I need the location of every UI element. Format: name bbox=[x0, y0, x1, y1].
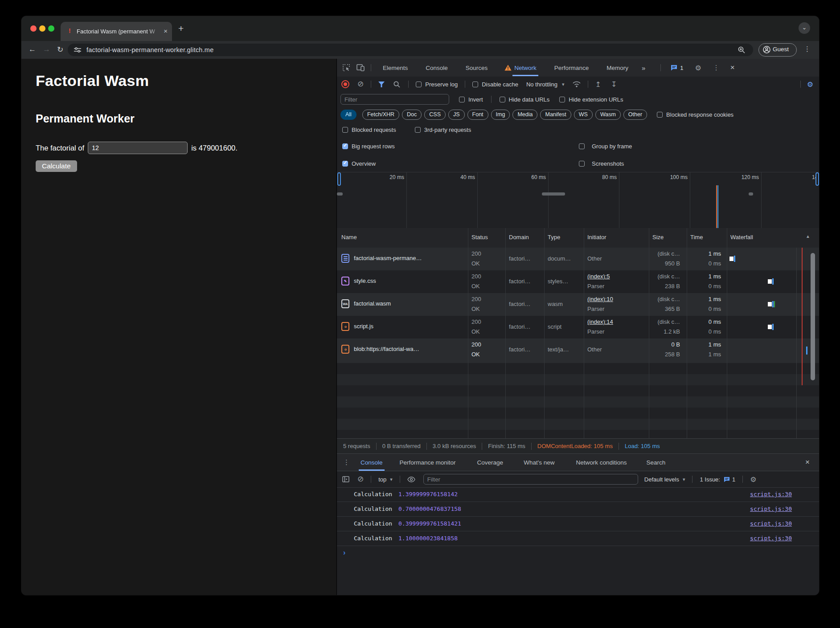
chip-img[interactable]: Img bbox=[491, 110, 510, 120]
message-source-link[interactable]: script.js:30 bbox=[750, 491, 792, 498]
tab-memory[interactable]: Memory bbox=[606, 65, 628, 71]
device-toolbar-icon[interactable] bbox=[356, 64, 365, 71]
profile-button[interactable]: Guest bbox=[758, 43, 797, 57]
invert-checkbox[interactable] bbox=[459, 97, 465, 102]
chip-doc[interactable]: Doc bbox=[402, 110, 422, 120]
disable-cache-checkbox[interactable] bbox=[472, 82, 478, 87]
levels-dropdown-icon[interactable]: ▾ bbox=[683, 477, 685, 482]
more-tabs-icon[interactable]: » bbox=[642, 64, 645, 72]
console-message[interactable]: Calculation 1.399999976158142 script.js:… bbox=[337, 487, 819, 502]
traffic-close-button[interactable] bbox=[30, 25, 37, 32]
blocked-response-cookies-checkbox[interactable] bbox=[657, 112, 663, 118]
clear-console-icon[interactable]: ⊘ bbox=[357, 476, 364, 482]
initiator-link[interactable]: (index):5 bbox=[587, 273, 610, 280]
url-text[interactable]: factorial-wasm-permanent-worker.glitch.m… bbox=[86, 46, 213, 53]
reload-button[interactable]: ↻ bbox=[57, 45, 63, 54]
chip-js[interactable]: JS bbox=[448, 110, 465, 120]
address-bar[interactable]: factorial-wasm-permanent-worker.glitch.m… bbox=[68, 44, 753, 56]
drawer-tab-console[interactable]: Console bbox=[361, 459, 383, 466]
request-row-blob[interactable]: ‹› blob:https://factorial-wa… 200 OK fac… bbox=[337, 338, 819, 363]
request-row-script[interactable]: ‹› script.js 200 OK factori… script (ind… bbox=[337, 316, 819, 338]
blocked-requests-checkbox[interactable] bbox=[342, 127, 348, 133]
throttling-select[interactable]: No throttling bbox=[526, 81, 557, 88]
drawer-kebab-icon[interactable]: ⋮ bbox=[343, 458, 350, 466]
tab-console[interactable]: Console bbox=[426, 65, 448, 71]
chip-wasm[interactable]: Wasm bbox=[595, 110, 621, 120]
request-row-wasm[interactable]: WA factorial.wasm 200 OK factori… wasm (… bbox=[337, 293, 819, 316]
devtools-kebab-icon[interactable]: ⋮ bbox=[713, 64, 720, 72]
col-waterfall[interactable]: Waterfall bbox=[730, 234, 753, 241]
col-status[interactable]: Status bbox=[471, 234, 488, 241]
chip-media[interactable]: Media bbox=[512, 110, 537, 120]
overview-checkbox[interactable] bbox=[342, 161, 348, 167]
network-conditions-icon[interactable] bbox=[573, 81, 581, 88]
drawer-tab-coverage[interactable]: Coverage bbox=[477, 459, 504, 466]
console-settings-gear-icon[interactable]: ⚙ bbox=[750, 475, 756, 484]
third-party-requests-checkbox[interactable] bbox=[415, 127, 421, 133]
col-domain[interactable]: Domain bbox=[509, 234, 529, 241]
site-settings-icon[interactable] bbox=[74, 47, 81, 53]
devtools-close-icon[interactable]: × bbox=[730, 63, 735, 72]
col-size[interactable]: Size bbox=[652, 234, 664, 241]
initiator-link[interactable]: (index):14 bbox=[587, 318, 613, 325]
import-har-icon[interactable]: ↥ bbox=[595, 80, 601, 89]
search-icon[interactable] bbox=[393, 81, 400, 88]
forward-button[interactable]: → bbox=[43, 45, 50, 54]
chip-all[interactable]: All bbox=[340, 110, 356, 120]
message-source-link[interactable]: script.js:30 bbox=[750, 506, 792, 512]
browser-tab[interactable]: ! Factorial Wasm (permanent W × bbox=[61, 22, 172, 41]
export-har-icon[interactable]: ↧ bbox=[611, 80, 617, 89]
table-scrollbar[interactable] bbox=[811, 253, 815, 380]
hide-data-urls-checkbox[interactable] bbox=[500, 97, 505, 102]
drawer-close-icon[interactable]: × bbox=[805, 458, 810, 467]
chip-font[interactable]: Font bbox=[467, 110, 488, 120]
network-filter-input[interactable] bbox=[340, 94, 449, 105]
console-prompt-chevron[interactable]: › bbox=[343, 549, 345, 557]
drawer-tab-network-conditions[interactable]: Network conditions bbox=[576, 459, 627, 466]
drawer-tab-search[interactable]: Search bbox=[647, 459, 666, 466]
overview-right-handle[interactable] bbox=[815, 172, 819, 186]
devtools-settings-gear-icon[interactable]: ⚙ bbox=[695, 64, 701, 72]
preserve-log-checkbox[interactable] bbox=[416, 82, 422, 87]
zoom-page-icon[interactable] bbox=[738, 46, 745, 53]
col-time[interactable]: Time bbox=[690, 234, 703, 241]
request-row-stylesheet[interactable]: ✎ style.css 200 OK factori… styles… (ind… bbox=[337, 270, 819, 293]
big-request-rows-checkbox[interactable] bbox=[342, 143, 348, 149]
filter-funnel-icon[interactable] bbox=[378, 82, 385, 87]
drawer-tab-performance-monitor[interactable]: Performance monitor bbox=[400, 459, 456, 466]
drawer-tab-whats-new[interactable]: What's new bbox=[524, 459, 554, 466]
factorial-input[interactable] bbox=[88, 142, 188, 154]
col-type[interactable]: Type bbox=[548, 234, 560, 241]
console-message[interactable]: Calculation 0.3999999761581421 script.js… bbox=[337, 517, 819, 531]
tab-search-chevron-button[interactable]: ⌄ bbox=[799, 22, 810, 34]
traffic-zoom-button[interactable] bbox=[48, 25, 54, 32]
console-message[interactable]: Calculation 1.100000023841858 script.js:… bbox=[337, 531, 819, 546]
execution-context-select[interactable]: top bbox=[378, 476, 386, 483]
col-name[interactable]: Name bbox=[341, 234, 357, 241]
console-filter-input[interactable] bbox=[423, 474, 638, 485]
chip-fetch-xhr[interactable]: Fetch/XHR bbox=[362, 110, 399, 120]
calculate-button[interactable]: Calculate bbox=[36, 160, 77, 172]
console-message[interactable]: Calculation 0.7000000476837158 script.js… bbox=[337, 502, 819, 517]
tab-network[interactable]: Network bbox=[514, 65, 537, 71]
chip-css[interactable]: CSS bbox=[424, 110, 446, 120]
group-by-frame-checkbox[interactable] bbox=[579, 143, 585, 149]
context-dropdown-icon[interactable]: ▾ bbox=[390, 477, 393, 482]
traffic-minimize-button[interactable] bbox=[39, 25, 45, 32]
tab-sources[interactable]: Sources bbox=[466, 65, 488, 71]
live-expression-eye-icon[interactable] bbox=[407, 477, 415, 482]
back-button[interactable]: ← bbox=[29, 45, 36, 54]
sort-ascending-icon[interactable]: ▲ bbox=[806, 234, 810, 239]
issues-label[interactable]: 1 Issue: bbox=[700, 476, 720, 483]
message-source-link[interactable]: script.js:30 bbox=[750, 520, 792, 527]
new-tab-button[interactable]: + bbox=[178, 24, 184, 33]
chip-manifest[interactable]: Manifest bbox=[540, 110, 571, 120]
console-sidebar-icon[interactable] bbox=[342, 476, 349, 482]
request-row-document[interactable]: factorial-wasm-permane… 200 OK factori… … bbox=[337, 248, 819, 270]
message-source-link[interactable]: script.js:30 bbox=[750, 535, 792, 542]
network-settings-gear-icon[interactable]: ⚙ bbox=[807, 80, 813, 89]
col-initiator[interactable]: Initiator bbox=[587, 234, 606, 241]
browser-menu-kebab-icon[interactable]: ⋮ bbox=[804, 45, 811, 53]
issues-bubble-icon[interactable] bbox=[671, 65, 677, 71]
tab-performance[interactable]: Performance bbox=[554, 65, 589, 71]
